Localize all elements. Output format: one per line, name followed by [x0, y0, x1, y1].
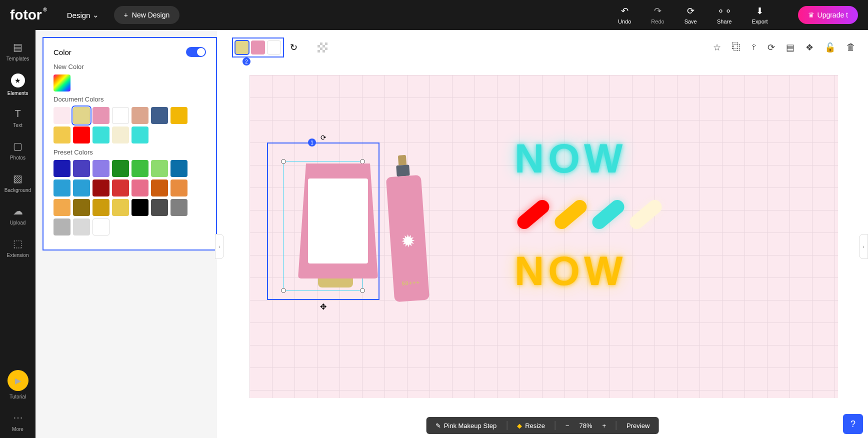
spf-text: 50+++ — [402, 279, 420, 286]
align-icon[interactable]: ⫯ — [752, 42, 756, 53]
delete-icon[interactable]: 🗑 — [846, 42, 856, 53]
layers-icon[interactable]: ❖ — [806, 42, 814, 53]
preset-color-swatch[interactable] — [151, 160, 168, 177]
new-design-button[interactable]: +New Design — [114, 6, 180, 24]
preset-color-swatch[interactable] — [54, 160, 70, 177]
rotate-icon[interactable]: ↻ — [290, 42, 298, 53]
color-panel: Color New Color Document Colors Preset C… — [42, 37, 217, 250]
move-handle-icon[interactable]: ✥ — [320, 302, 326, 312]
handle-tr[interactable] — [360, 159, 365, 164]
spray-body: ✹ 50+++ — [386, 175, 430, 302]
spray-element[interactable]: ✹ 50+++ — [384, 154, 430, 302]
neon-text-yellow[interactable]: NOW — [514, 248, 626, 294]
help-button[interactable]: ? — [843, 414, 863, 434]
preset-color-swatch[interactable] — [73, 218, 90, 236]
element-color-1[interactable] — [235, 40, 249, 54]
document-color-swatch[interactable] — [92, 107, 110, 124]
handle-br[interactable] — [360, 288, 365, 293]
transparency-icon[interactable] — [318, 42, 328, 52]
handle-bl[interactable] — [281, 288, 286, 293]
upgrade-button[interactable]: ♛Upgrade t — [798, 6, 858, 24]
preset-color-swatch[interactable] — [73, 160, 90, 177]
document-color-swatch[interactable] — [54, 126, 70, 144]
preset-color-swatch[interactable] — [170, 180, 188, 196]
document-color-swatch[interactable] — [73, 107, 90, 124]
copy-icon[interactable]: ⿻ — [732, 42, 741, 53]
export-button[interactable]: ⬇ Export — [752, 6, 768, 24]
preset-color-swatch[interactable] — [54, 199, 70, 216]
photos-icon: ▢ — [13, 140, 22, 152]
element-color-3[interactable] — [267, 40, 281, 54]
document-color-swatch[interactable] — [132, 126, 148, 144]
zoom-out-button[interactable]: − — [566, 422, 570, 430]
preset-color-swatch[interactable] — [132, 199, 148, 216]
position-icon[interactable]: ▤ — [786, 42, 794, 53]
preset-color-swatch[interactable] — [112, 160, 129, 177]
save-button[interactable]: ⟳ Save — [684, 6, 697, 24]
new-color-picker[interactable] — [54, 74, 70, 92]
document-name-button[interactable]: ✎ Pink Makeup Step — [436, 422, 497, 430]
zoom-in-button[interactable]: + — [602, 422, 606, 430]
preset-color-swatch[interactable] — [73, 180, 90, 196]
expand-right-handle[interactable]: › — [859, 234, 868, 259]
upload-icon: ☁ — [13, 205, 23, 217]
sidebar-item-more[interactable]: ⋯ More — [0, 406, 36, 438]
pill-group[interactable] — [514, 208, 664, 222]
element-color-2[interactable] — [251, 40, 265, 54]
document-color-swatch[interactable] — [170, 107, 188, 124]
sidebar-item-background[interactable]: ▨ Background — [0, 166, 36, 199]
app-logo[interactable]: fotor® — [10, 7, 42, 23]
star-icon[interactable]: ☆ — [713, 42, 721, 53]
redo-button[interactable]: ↷ Redo — [651, 6, 664, 24]
artboard[interactable]: 1 ⟳ ✥ ✹ — [250, 75, 838, 398]
document-color-swatch[interactable] — [112, 126, 129, 144]
rotate-handle-icon[interactable]: ⟳ — [320, 134, 326, 142]
preset-color-swatch[interactable] — [92, 218, 110, 236]
preset-color-swatch[interactable] — [170, 160, 188, 177]
document-color-swatch[interactable] — [92, 126, 110, 144]
sidebar-item-upload[interactable]: ☁ Upload — [0, 199, 36, 232]
zoom-value[interactable]: 78% — [579, 422, 592, 430]
share-button[interactable]: ⚬⚬ Share — [717, 6, 732, 24]
rotate-icon[interactable]: ⟳ — [768, 42, 775, 53]
more-icon: ⋯ — [13, 412, 23, 424]
preset-color-swatch[interactable] — [132, 180, 148, 196]
undo-button[interactable]: ↶ Undo — [618, 6, 631, 24]
document-color-swatch[interactable] — [54, 107, 70, 124]
preset-color-swatch[interactable] — [92, 160, 110, 177]
save-icon: ⟳ — [687, 6, 694, 16]
preset-color-swatch[interactable] — [132, 160, 148, 177]
preview-button[interactable]: Preview — [626, 422, 650, 430]
selection-box[interactable]: 1 ⟳ ✥ — [267, 142, 380, 300]
neon-text-cyan[interactable]: NOW — [514, 135, 626, 182]
collapse-panel-handle[interactable]: ‹ — [215, 234, 224, 259]
preset-color-swatch[interactable] — [54, 180, 70, 196]
preset-color-swatch[interactable] — [54, 218, 70, 236]
element-colors: 2 — [232, 38, 284, 58]
preset-color-swatch[interactable] — [151, 199, 168, 216]
color-toggle[interactable] — [186, 47, 206, 57]
preset-color-swatch[interactable] — [151, 180, 168, 196]
resize-button[interactable]: ◆ Resize — [517, 422, 545, 430]
preset-color-swatch[interactable] — [170, 199, 188, 216]
sidebar-item-extension[interactable]: ⬚ Extension — [0, 232, 36, 264]
handle-tl[interactable] — [281, 159, 286, 164]
lock-icon[interactable]: 🔓 — [824, 42, 836, 53]
sidebar-item-tutorial[interactable]: ▶ Tutorial — [0, 364, 36, 406]
design-dropdown[interactable]: Design ⌄ — [67, 10, 99, 20]
pill-white — [627, 197, 664, 232]
sidebar-item-templates[interactable]: ▤ Templates — [0, 35, 36, 68]
document-color-swatch[interactable] — [73, 126, 90, 144]
preset-color-swatch[interactable] — [73, 199, 90, 216]
preset-color-swatch[interactable] — [92, 180, 110, 196]
document-color-swatch[interactable] — [132, 107, 148, 124]
document-color-swatch[interactable] — [151, 107, 168, 124]
sidebar-item-elements[interactable]: ★ Elements — [0, 68, 36, 102]
document-color-swatch[interactable] — [112, 107, 129, 124]
preset-color-swatch[interactable] — [92, 199, 110, 216]
sidebar-item-photos[interactable]: ▢ Photos — [0, 134, 36, 166]
preset-color-swatch[interactable] — [112, 180, 129, 196]
extension-icon: ⬚ — [13, 238, 22, 250]
preset-color-swatch[interactable] — [112, 199, 129, 216]
sidebar-item-text[interactable]: T Text — [0, 102, 36, 134]
